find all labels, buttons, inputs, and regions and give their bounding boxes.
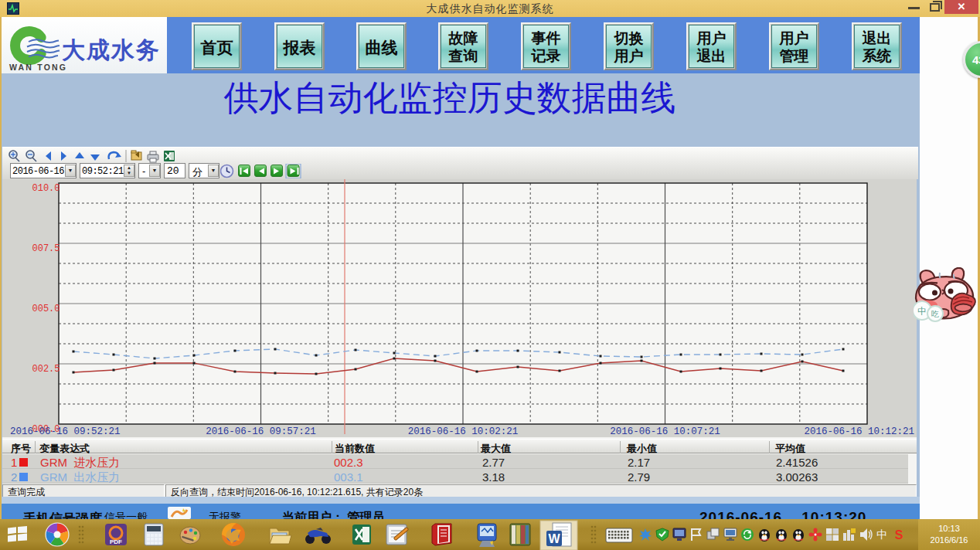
- svg-text:W: W: [548, 532, 560, 545]
- svg-text:002.5: 002.5: [32, 364, 60, 375]
- svg-text:S: S: [895, 528, 903, 542]
- svg-text:WAN TONG: WAN TONG: [9, 63, 67, 72]
- svg-text:010.0: 010.0: [32, 183, 60, 194]
- svg-text:中: 中: [917, 306, 927, 317]
- svg-text:2016-06-16 10:07:21: 2016-06-16 10:07:21: [610, 426, 720, 437]
- svg-text:2016-06-16 10:02:21: 2016-06-16 10:02:21: [408, 426, 519, 437]
- svg-text:吃: 吃: [931, 310, 939, 318]
- svg-text:中: 中: [876, 528, 887, 541]
- svg-text:007.5: 007.5: [32, 243, 60, 254]
- svg-text:2016-06-16 09:57:21: 2016-06-16 09:57:21: [206, 426, 316, 437]
- svg-text:2016-06-16 09:52:21: 2016-06-16 09:52:21: [10, 426, 121, 437]
- svg-text:005.0: 005.0: [32, 304, 60, 314]
- svg-text:PDF: PDF: [110, 538, 122, 545]
- svg-text:2016-06-16 10:12:21: 2016-06-16 10:12:21: [804, 426, 914, 437]
- svg-text:大成水务: 大成水务: [62, 37, 161, 63]
